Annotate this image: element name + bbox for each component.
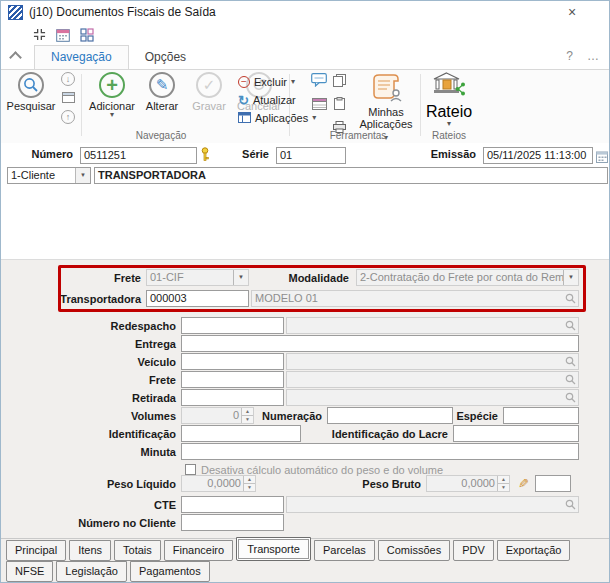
desativa-calculo-checkbox[interactable]: [185, 464, 196, 475]
lacre-input[interactable]: [453, 425, 579, 442]
numero-input[interactable]: 0511251: [80, 147, 197, 164]
chevron-down-icon[interactable]: ▾: [447, 121, 451, 127]
edit-pencil-icon[interactable]: ✎: [518, 476, 529, 491]
especie-input[interactable]: [503, 407, 579, 424]
redespacho-input[interactable]: [181, 317, 284, 334]
browse-window-icon[interactable]: [62, 89, 75, 107]
alterar-button[interactable]: ✎ Alterar: [140, 72, 184, 112]
retirada-label: Retirada: [1, 392, 181, 404]
cliente-input[interactable]: TRANSPORTADORA: [94, 167, 608, 184]
redespacho-label: Redespacho: [1, 320, 181, 332]
tab-financeiro[interactable]: Financeiro: [164, 540, 233, 561]
modalidade-label: Modalidade: [249, 272, 354, 284]
transportadora-lookup[interactable]: MODELO 01: [251, 290, 579, 307]
stepper-buttons[interactable]: ▲▼: [497, 476, 509, 491]
tab-transporte[interactable]: Transporte: [236, 537, 311, 561]
stepper-buttons[interactable]: ▲▼: [243, 476, 255, 491]
group-label-navegacao: Navegação: [56, 130, 266, 141]
paste-icon[interactable]: [333, 96, 346, 114]
tab-principal[interactable]: Principal: [6, 540, 66, 561]
magnifier-icon[interactable]: [565, 499, 576, 513]
frete2-input[interactable]: [181, 371, 284, 388]
grid-apps-icon[interactable]: [79, 27, 95, 43]
rateio-button[interactable]: Rateio ▾: [427, 72, 471, 127]
ribbon-bar-right: ? …: [566, 49, 599, 63]
tab-legislacao[interactable]: Legislação: [56, 561, 127, 582]
tab-pdv[interactable]: PDV: [453, 540, 494, 561]
chevron-down-icon[interactable]: ▾: [110, 112, 114, 118]
numeracao-input[interactable]: [327, 407, 453, 424]
serie-input[interactable]: 01: [276, 147, 346, 164]
frete2-lookup[interactable]: [286, 371, 579, 388]
cte-input[interactable]: [181, 496, 284, 513]
magnifier-icon[interactable]: [565, 392, 576, 406]
close-icon[interactable]: ×: [563, 3, 581, 21]
entity-type-select[interactable]: 1-Cliente ▼: [7, 167, 91, 184]
more-options-icon[interactable]: …: [587, 49, 599, 63]
copy-icon[interactable]: [333, 73, 346, 91]
ferramentas-icons: [311, 73, 346, 137]
volumes-stepper[interactable]: 0 ▲▼: [181, 407, 254, 424]
tab-opcoes[interactable]: Opções: [129, 46, 202, 69]
form-row-redespacho: Redespacho: [1, 317, 609, 334]
tab-comissoes[interactable]: Comissões: [378, 540, 450, 561]
comment-icon[interactable]: [311, 73, 327, 91]
veiculo-lookup[interactable]: [286, 353, 579, 370]
delete-icon: −: [238, 76, 250, 88]
tab-nfse[interactable]: NFSE: [6, 561, 53, 582]
magnifier-icon[interactable]: [565, 374, 576, 388]
tab-pagamentos[interactable]: Pagamentos: [130, 561, 210, 582]
pesquisar-button[interactable]: Pesquisar: [7, 72, 55, 112]
group-label-ferramentas: Ferramentas: [301, 130, 415, 141]
chevron-down-icon[interactable]: ▼: [563, 270, 578, 285]
adicionar-button[interactable]: + Adicionar ▾: [86, 72, 138, 118]
frete-select[interactable]: 01-CIF ▼: [146, 269, 249, 286]
transportadora-label: Transportadora: [1, 293, 146, 305]
date-picker-icon[interactable]: [596, 149, 608, 167]
stepper-buttons[interactable]: ▲▼: [241, 408, 253, 423]
tab-navegacao[interactable]: Navegação: [34, 45, 129, 70]
next-record-icon[interactable]: ↓: [61, 72, 75, 86]
atualizar-button[interactable]: ↻ Atualizar: [238, 92, 316, 108]
identificacao-input[interactable]: [181, 425, 301, 442]
minuta-label: Minuta: [1, 446, 181, 458]
cte-lookup[interactable]: [286, 496, 579, 513]
numero-cliente-input[interactable]: [181, 514, 284, 531]
emissao-input[interactable]: 05/11/2025 11:13:00: [483, 147, 593, 164]
calendar-icon[interactable]: [55, 27, 71, 43]
collapse-ribbon-icon[interactable]: [9, 51, 22, 64]
peso-bruto-stepper[interactable]: 0,0000 ▲▼: [426, 475, 510, 492]
tab-totais[interactable]: Totais: [114, 540, 161, 561]
modalidade-select[interactable]: 2-Contratação do Frete por conta do Reme…: [356, 269, 579, 286]
especie-label: Espécie: [453, 410, 503, 422]
ribbon-separator: [81, 74, 82, 136]
collapse-window-icon[interactable]: [31, 27, 47, 43]
peso-liquido-stepper[interactable]: 0,0000 ▲▼: [181, 475, 256, 492]
magnifier-icon[interactable]: [565, 356, 576, 370]
excluir-button[interactable]: − Excluir ▾: [238, 74, 316, 90]
scroll-person-icon: [369, 72, 403, 106]
tab-exportacao[interactable]: Exportação: [497, 540, 571, 561]
tab-parcelas[interactable]: Parcelas: [314, 540, 375, 561]
aplicacoes-button[interactable]: Aplicações ▾: [238, 110, 316, 126]
help-icon[interactable]: ?: [566, 49, 573, 63]
entrega-input[interactable]: [181, 335, 579, 352]
minuta-input[interactable]: [181, 443, 579, 460]
redespacho-lookup[interactable]: [286, 317, 579, 334]
form-row-cte: CTE: [1, 496, 609, 513]
chevron-down-icon[interactable]: ▼: [233, 270, 248, 285]
transportadora-input[interactable]: 000003: [146, 290, 249, 307]
chevron-down-icon[interactable]: ▼: [75, 168, 90, 183]
retirada-input[interactable]: [181, 389, 284, 406]
form-table-icon[interactable]: [312, 96, 327, 114]
form-row-frete2: Frete: [1, 371, 609, 388]
tab-itens[interactable]: Itens: [69, 540, 111, 561]
peso-extra-input[interactable]: [535, 475, 571, 492]
titlebar: (j10) Documentos Fiscais de Saída ×: [1, 1, 609, 23]
magnifier-icon[interactable]: [565, 320, 576, 334]
gravar-button[interactable]: ✓ Gravar: [187, 72, 231, 112]
veiculo-input[interactable]: [181, 353, 284, 370]
magnifier-icon[interactable]: [565, 293, 576, 307]
previous-record-icon[interactable]: ↑: [61, 110, 75, 124]
retirada-lookup[interactable]: [286, 389, 579, 406]
